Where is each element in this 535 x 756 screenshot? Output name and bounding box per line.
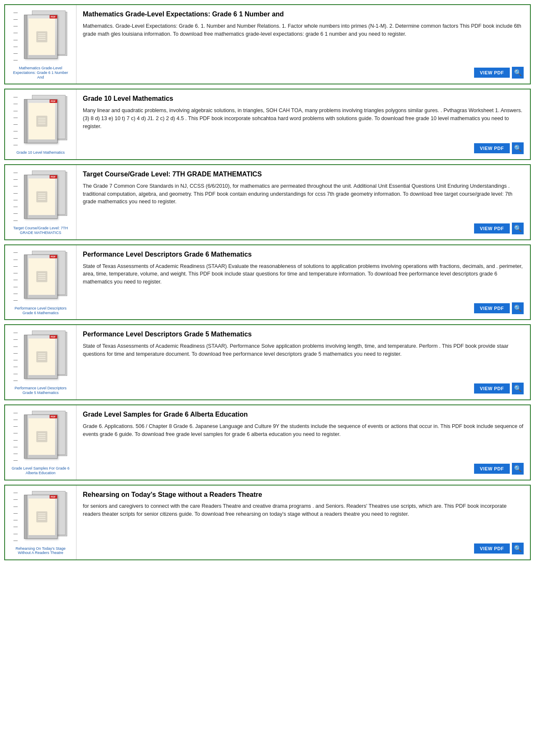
card-body: Target Course/Grade Level: 7TH GRADE MAT… — [76, 165, 530, 239]
book-image: PDF — [18, 169, 64, 224]
card-card-4: PDF Performance Level Descriptors Grade … — [4, 244, 531, 320]
search-button[interactable]: 🔍 — [512, 383, 524, 394]
search-icon: 🔍 — [514, 69, 522, 76]
thumb-label: Target Course/Grade Level: 7TH GRADE MAT… — [9, 226, 72, 235]
book-image: PDF — [18, 94, 64, 148]
card-body: Rehearsing on Today's Stage without a Re… — [76, 486, 530, 560]
thumb-label: Mathematics Grade-Level Expectations: Gr… — [9, 66, 72, 79]
card-body: Grade 10 Level Mathematics Many linear a… — [76, 89, 530, 159]
search-icon: 🔍 — [514, 385, 522, 392]
svg-rect-25 — [36, 431, 47, 442]
search-button[interactable]: 🔍 — [512, 67, 524, 79]
card-footer: VIEW PDF 🔍 — [83, 142, 524, 154]
view-pdf-button[interactable]: VIEW PDF — [474, 464, 510, 474]
search-icon: 🔍 — [514, 465, 522, 472]
thumb-label: Rehearsing On Today's Stage Without A Re… — [9, 546, 72, 556]
card-body: Performance Level Descriptors Grade 6 Ma… — [76, 245, 530, 320]
view-pdf-button[interactable]: VIEW PDF — [474, 543, 510, 554]
card-thumbnail: PDF Mathematics Grade-Level Expectations… — [5, 5, 76, 84]
card-body: Grade Level Samples for Grade 6 Alberta … — [76, 405, 530, 480]
thumb-label: Grade Level Samples For Grade 6 Alberta … — [9, 466, 72, 475]
card-body: Performance Level Descriptors Grade 5 Ma… — [76, 325, 530, 399]
card-title: Performance Level Descriptors Grade 5 Ma… — [83, 330, 524, 339]
card-title: Grade Level Samples for Grade 6 Alberta … — [83, 410, 524, 419]
view-pdf-button[interactable]: VIEW PDF — [474, 223, 510, 234]
book-image: PDF — [18, 249, 64, 304]
card-description: State of Texas Assessments of Academic R… — [83, 262, 524, 299]
book-image: PDF — [18, 490, 64, 544]
card-card-3: PDF Target Course/Grade Level: 7TH GRADE… — [4, 164, 531, 240]
search-button[interactable]: 🔍 — [512, 543, 524, 554]
card-body: Mathematics Grade-Level Expectations: Gr… — [76, 5, 530, 84]
view-pdf-button[interactable]: VIEW PDF — [474, 383, 510, 394]
card-card-2: PDF Grade 10 Level Mathematics Grade 10 … — [4, 89, 531, 160]
card-title: Performance Level Descriptors Grade 6 Ma… — [83, 250, 524, 259]
card-description: Many linear and quadratic problems, invo… — [83, 107, 524, 138]
card-title: Grade 10 Level Mathematics — [83, 94, 524, 103]
card-card-1: PDF Mathematics Grade-Level Expectations… — [4, 4, 531, 84]
thumb-label: Performance Level Descriptors Grade 5 Ma… — [9, 386, 72, 395]
card-thumbnail: PDF Rehearsing On Today's Stage Without … — [5, 486, 76, 560]
card-thumbnail: PDF Grade Level Samples For Grade 6 Albe… — [5, 405, 76, 480]
search-button[interactable]: 🔍 — [512, 463, 524, 475]
search-button[interactable]: 🔍 — [512, 142, 524, 154]
card-thumbnail: PDF Performance Level Descriptors Grade … — [5, 245, 76, 320]
card-card-5: PDF Performance Level Descriptors Grade … — [4, 324, 531, 400]
card-card-6: PDF Grade Level Samples For Grade 6 Albe… — [4, 404, 531, 480]
card-description: State of Texas Assessments of Academic R… — [83, 342, 524, 378]
search-button[interactable]: 🔍 — [512, 302, 524, 314]
search-icon: 🔍 — [514, 225, 522, 232]
card-description: The Grade 7 Common Core Standards in NJ,… — [83, 182, 524, 218]
card-thumbnail: PDF Performance Level Descriptors Grade … — [5, 325, 76, 399]
card-description: for seniors and caregivers to connect wi… — [83, 502, 524, 538]
card-footer: VIEW PDF 🔍 — [83, 543, 524, 554]
book-image: PDF — [18, 329, 64, 384]
card-footer: VIEW PDF 🔍 — [83, 67, 524, 79]
card-footer: VIEW PDF 🔍 — [83, 223, 524, 234]
card-footer: VIEW PDF 🔍 — [83, 463, 524, 475]
search-icon: 🔍 — [514, 304, 522, 312]
svg-rect-5 — [36, 116, 47, 126]
search-button[interactable]: 🔍 — [512, 223, 524, 234]
card-footer: VIEW PDF 🔍 — [83, 383, 524, 394]
book-image: PDF — [18, 410, 64, 464]
card-title: Rehearsing on Today's Stage without a Re… — [83, 491, 524, 499]
card-footer: VIEW PDF 🔍 — [83, 302, 524, 314]
thumb-label: Performance Level Descriptors Grade 6 Ma… — [9, 306, 72, 315]
card-thumbnail: PDF Target Course/Grade Level: 7TH GRADE… — [5, 165, 76, 239]
card-description: Mathematics. Grade-Level Expectations: G… — [83, 22, 524, 63]
search-icon: 🔍 — [514, 144, 522, 152]
card-title: Mathematics Grade-Level Expectations: Gr… — [83, 10, 524, 19]
view-pdf-button[interactable]: VIEW PDF — [474, 143, 510, 153]
svg-rect-10 — [36, 191, 47, 202]
card-thumbnail: PDF Grade 10 Level Mathematics — [5, 89, 76, 159]
search-icon: 🔍 — [514, 545, 522, 552]
thumb-label: Grade 10 Level Mathematics — [16, 150, 65, 155]
svg-rect-0 — [36, 31, 47, 42]
card-description: Grade 6. Applications. 506 / Chapter 8 G… — [83, 423, 524, 459]
svg-rect-15 — [36, 271, 47, 282]
card-title: Target Course/Grade Level: 7TH GRADE MAT… — [83, 170, 524, 179]
book-image: PDF — [18, 9, 64, 64]
svg-rect-30 — [36, 511, 47, 522]
svg-rect-20 — [36, 351, 47, 362]
card-card-7: PDF Rehearsing On Today's Stage Without … — [4, 485, 531, 561]
view-pdf-button[interactable]: VIEW PDF — [474, 303, 510, 313]
view-pdf-button[interactable]: VIEW PDF — [474, 68, 510, 78]
